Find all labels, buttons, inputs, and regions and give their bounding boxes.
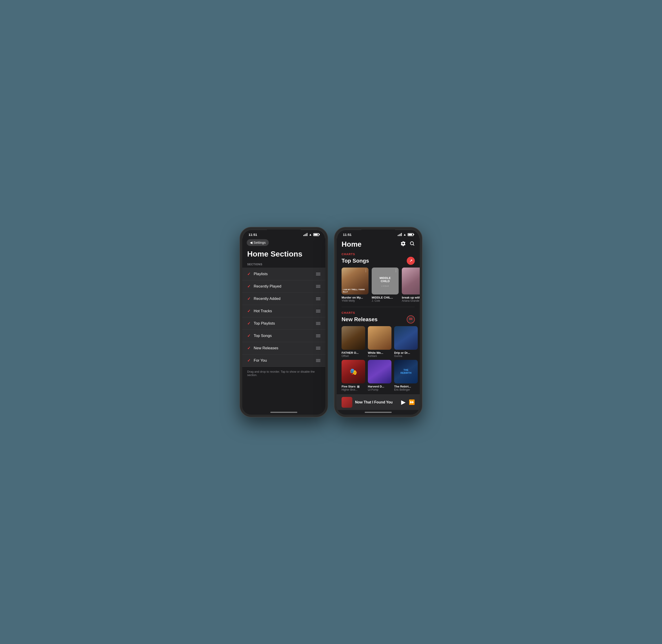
trending-badge: ↗ [407,257,415,265]
svg-point-0 [410,242,414,245]
new-releases-row-1[interactable]: FATHER O... Offset While We... Kehlani [337,326,420,358]
home-indicator-left [242,410,325,415]
now-playing-title: Now That I Found You [355,400,398,404]
card-art-harverd [368,360,392,384]
card-five-stars[interactable]: 🎭 Five Stars E Higher Brot... [341,360,365,391]
time-left: 11:51 [248,233,257,236]
sections-list: ✓ Playlists ✓ Recently Played [242,268,325,367]
section-item-new-releases[interactable]: ✓ New Releases [242,342,325,354]
wifi-icon-right: ▲ [403,233,406,236]
drag-handle-recently-played[interactable] [316,285,321,288]
signal-icon-right [398,233,402,236]
check-icon-recently-added: ✓ [247,296,250,301]
play-button[interactable]: ▶ [401,399,405,406]
section-name-playlists: Playlists [254,272,268,276]
divider-1 [341,307,415,307]
svg-point-5 [410,319,411,320]
section-item-top-playlists[interactable]: ✓ Top Playlists [242,317,325,330]
svg-point-3 [410,318,411,319]
card-art-five-stars: 🎭 [341,360,365,384]
drag-hint: Drag and drop to reorder. Tap to show or… [242,367,325,380]
section-item-for-you[interactable]: ✓ For You [242,354,325,367]
check-icon-playlists: ✓ [247,272,250,277]
svg-point-6 [412,318,412,319]
top-songs-title: Top Songs [341,258,369,264]
top-songs-section: CHARTS Top Songs ↗ ⋮ I AM MY TRELL YNWM … [337,251,420,306]
drag-handle-hot-tracks[interactable] [316,310,321,313]
card-art-rebirth: THEREBIRTH [394,360,418,384]
card-father[interactable]: FATHER O... Offset [341,326,365,358]
battery-icon-right [407,233,414,236]
card-murder-on-my[interactable]: ⋮ I AM MY TRELL YNWM ELLY Murder on My..… [341,268,369,302]
new-releases-row-2[interactable]: 🎭 Five Stars E Higher Brot... Harverd D.… [337,360,420,391]
back-arrow-icon: ◀ [250,240,252,245]
new-releases-badge [407,315,415,323]
charts-tag-2: CHARTS [337,311,420,315]
section-name-new-releases: New Releases [254,346,279,350]
card-artist-harverd: Lil Pump [368,388,392,391]
battery-icon [313,233,319,236]
svg-point-2 [409,318,410,319]
section-item-top-songs[interactable]: ✓ Top Songs [242,330,325,342]
card-name-harverd: Harverd D... [368,385,392,388]
svg-point-4 [409,319,410,320]
time-right: 11:51 [343,233,351,236]
check-icon-hot-tracks: ✓ [247,308,250,314]
section-name-recently-played: Recently Played [254,284,281,289]
card-art-murder: ⋮ I AM MY TRELL YNWM ELLY [341,268,369,295]
now-playing-bar[interactable]: Now That I Found You ▶ ⏩ [337,394,420,410]
search-button[interactable] [410,241,415,248]
card-name-five-stars: Five Stars E [341,385,365,388]
card-name-rebirth: The Rebirt... [394,385,418,388]
drag-handle-top-playlists[interactable] [316,322,321,325]
card-artist-middle-child: J. Cole [372,299,399,302]
card-name-father: FATHER O... [341,351,365,354]
more-icon-2[interactable]: ⋮ [394,269,398,273]
section-item-hot-tracks[interactable]: ✓ Hot Tracks [242,305,325,317]
card-name-murder: Murder on My... [341,296,369,299]
card-art-middle-child: ⋮ MIDDLECHILD J.COLE [372,268,399,295]
back-to-settings-button[interactable]: ◀ Settings [247,239,269,246]
explicit-badge-2: E [357,386,359,388]
card-while-we[interactable]: While We... Kehlani [368,326,392,358]
section-item-recently-added[interactable]: ✓ Recently Added [242,293,325,305]
drag-handle-recently-added[interactable] [316,297,321,300]
settings-button[interactable] [400,241,406,248]
drag-handle-playlists[interactable] [316,273,321,275]
section-name-top-songs: Top Songs [254,334,272,338]
card-art-break-up: ⋮ [402,268,420,295]
status-icons-left: ▲ [303,233,319,236]
section-name-hot-tracks: Hot Tracks [254,309,272,313]
card-artist-rebirth: Eric Bellinger [394,388,418,391]
drag-handle-top-songs[interactable] [316,335,321,337]
card-break-up[interactable]: ⋮ break up with... Ariana Grande [402,268,420,302]
card-name-break-up: break up with... [402,296,420,299]
drag-handle-for-you[interactable] [316,359,321,362]
section-item-recently-played[interactable]: ✓ Recently Played [242,280,325,293]
drag-handle-new-releases[interactable] [316,347,321,349]
card-artist-while-we: Kehlani [368,354,392,358]
header-icons [400,241,415,248]
new-releases-section: CHARTS New Releases [337,308,420,391]
card-harverd[interactable]: Harverd D... Lil Pump [368,360,392,391]
fast-forward-button[interactable]: ⏩ [409,399,415,405]
svg-line-1 [413,245,414,246]
card-drip[interactable]: Drip or Dr... Gunna [394,326,418,358]
card-artist-drip: Gunna [394,354,418,358]
section-item-playlists[interactable]: ✓ Playlists [242,268,325,280]
card-rebirth[interactable]: THEREBIRTH The Rebirt... Eric Bellinger [394,360,418,391]
card-middle-child[interactable]: ⋮ MIDDLECHILD J.COLE MIDDLE CHIL... J. C… [372,268,399,302]
home-indicator-right [337,410,420,415]
now-playing-controls: ▶ ⏩ [401,399,415,406]
card-name-drip: Drip or Dr... [394,351,418,354]
page-title: Home Sections [242,250,325,263]
card-art-father [341,326,365,350]
card-artist-five-stars: Higher Brot... [341,388,365,391]
check-icon-for-you: ✓ [247,358,250,363]
status-icons-right: ▲ [398,233,414,236]
right-screen: Home [337,238,420,410]
new-releases-title: New Releases [341,316,377,323]
card-artist-break-up: Ariana Grande [402,299,420,302]
signal-icon [303,233,307,236]
top-songs-cards[interactable]: ⋮ I AM MY TRELL YNWM ELLY Murder on My..… [337,268,420,306]
